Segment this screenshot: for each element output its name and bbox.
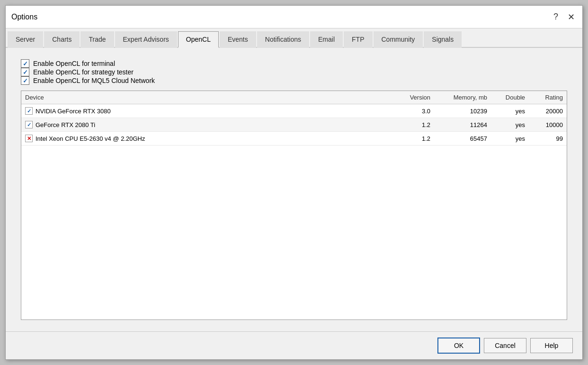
checkbox-row-1[interactable]: ✓ Enable OpenCL for strategy tester	[21, 68, 567, 76]
ok-button[interactable]: OK	[437, 338, 480, 354]
memory-cell: 65457	[430, 135, 487, 142]
cancel-button[interactable]: Cancel	[484, 338, 526, 353]
checkbox-box-2[interactable]: ✓	[21, 76, 29, 85]
device-checkbox[interactable]: ✓	[25, 121, 33, 128]
tab-opencl[interactable]: OpenCL	[178, 31, 219, 48]
col-version: Version	[383, 94, 430, 101]
version-cell: 1.2	[383, 121, 430, 128]
title-bar: Options ? ✕	[6, 6, 582, 28]
help-title-button[interactable]: ?	[552, 12, 560, 22]
tab-community[interactable]: Community	[374, 31, 423, 48]
checkmark-icon: ✓	[23, 60, 28, 67]
options-dialog: Options ? ✕ ServerChartsTradeExpert Advi…	[5, 5, 583, 360]
device-checkbox[interactable]: ✕	[25, 135, 33, 142]
device-cell: ✓ NVIDIA GeForce RTX 3080	[25, 107, 383, 115]
rating-cell: 10000	[525, 121, 563, 128]
checkbox-label-1: Enable OpenCL for strategy tester	[33, 68, 134, 76]
error-icon: ✕	[27, 136, 31, 142]
close-button[interactable]: ✕	[566, 12, 577, 22]
checkmark-icon: ✓	[23, 77, 28, 84]
table-row[interactable]: ✓ NVIDIA GeForce RTX 3080 3.0 10239 yes …	[21, 104, 567, 118]
tab-server[interactable]: Server	[8, 31, 43, 48]
checkboxes-container: ✓ Enable OpenCL for terminal ✓ Enable Op…	[21, 59, 567, 85]
tab-email[interactable]: Email	[310, 31, 343, 48]
col-double: Double	[487, 94, 525, 101]
tab-bar: ServerChartsTradeExpert AdvisorsOpenCLEv…	[6, 28, 582, 48]
checkmark-icon: ✓	[23, 69, 28, 76]
version-cell: 1.2	[383, 135, 430, 142]
check-icon: ✓	[27, 108, 31, 114]
checkbox-box-0[interactable]: ✓	[21, 59, 29, 68]
device-name: GeForce RTX 2080 Ti	[36, 121, 95, 128]
col-rating: Rating	[525, 94, 563, 101]
footer: OK Cancel Help	[6, 331, 582, 359]
checkbox-label-2: Enable OpenCL for MQL5 Cloud Network	[33, 77, 155, 84]
checkbox-box-1[interactable]: ✓	[21, 68, 29, 76]
table-row[interactable]: ✓ GeForce RTX 2080 Ti 1.2 11264 yes 1000…	[21, 118, 567, 132]
checkbox-row-0[interactable]: ✓ Enable OpenCL for terminal	[21, 59, 567, 68]
tab-signals[interactable]: Signals	[424, 31, 462, 48]
device-cell: ✕ Intel Xeon CPU E5-2630 v4 @ 2.20GHz	[25, 135, 383, 142]
rating-cell: 99	[525, 135, 563, 142]
tab-ftp[interactable]: FTP	[344, 31, 372, 48]
table-row[interactable]: ✕ Intel Xeon CPU E5-2630 v4 @ 2.20GHz 1.…	[21, 132, 567, 146]
device-cell: ✓ GeForce RTX 2080 Ti	[25, 121, 383, 128]
tab-expert-advisors[interactable]: Expert Advisors	[115, 31, 177, 48]
rating-cell: 20000	[525, 108, 563, 115]
tab-events[interactable]: Events	[220, 31, 256, 48]
checkbox-label-0: Enable OpenCL for terminal	[33, 60, 115, 67]
col-device: Device	[25, 94, 383, 101]
table-header: Device Version Memory, mb Double Rating	[21, 91, 567, 104]
col-memory: Memory, mb	[430, 94, 487, 101]
help-button[interactable]: Help	[530, 338, 573, 353]
device-name: NVIDIA GeForce RTX 3080	[36, 108, 111, 115]
double-cell: yes	[487, 135, 525, 142]
content-area: ✓ Enable OpenCL for terminal ✓ Enable Op…	[6, 48, 582, 331]
double-cell: yes	[487, 121, 525, 128]
version-cell: 3.0	[383, 108, 430, 115]
checkbox-row-2[interactable]: ✓ Enable OpenCL for MQL5 Cloud Network	[21, 76, 567, 85]
table-rows: ✓ NVIDIA GeForce RTX 3080 3.0 10239 yes …	[21, 104, 567, 146]
device-table: Device Version Memory, mb Double Rating …	[21, 91, 567, 320]
tab-notifications[interactable]: Notifications	[257, 31, 309, 48]
memory-cell: 11264	[430, 121, 487, 128]
title-bar-buttons: ? ✕	[552, 12, 577, 22]
double-cell: yes	[487, 108, 525, 115]
check-icon: ✓	[27, 122, 31, 128]
dialog-title: Options	[11, 13, 37, 21]
tab-trade[interactable]: Trade	[80, 31, 114, 48]
tab-charts[interactable]: Charts	[44, 31, 80, 48]
device-checkbox[interactable]: ✓	[25, 107, 33, 115]
memory-cell: 10239	[430, 108, 487, 115]
device-name: Intel Xeon CPU E5-2630 v4 @ 2.20GHz	[36, 135, 145, 142]
